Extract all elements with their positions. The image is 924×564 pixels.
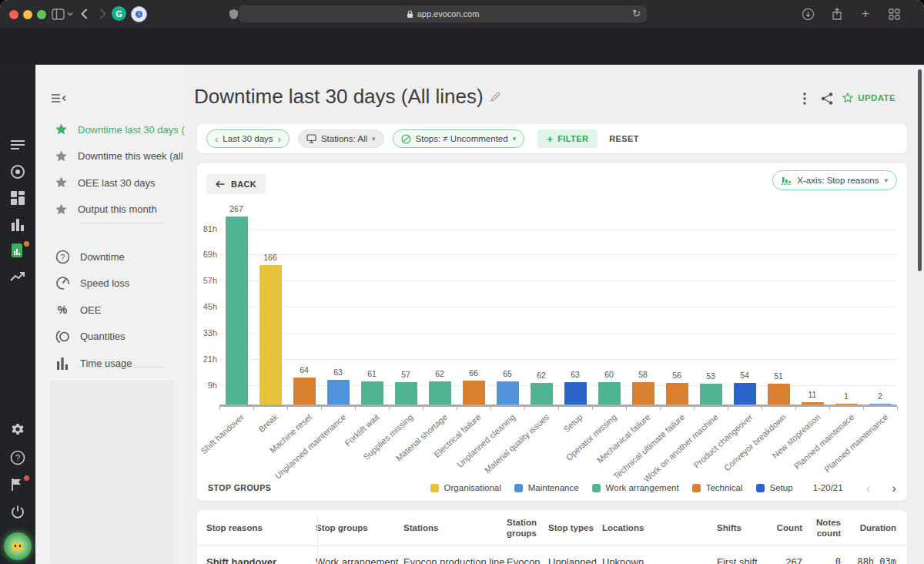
collapse-sidebar-icon[interactable] bbox=[51, 92, 66, 106]
browser-window: G app.evocon.com ↻ + Reports ? bbox=[0, 0, 924, 564]
legend-item[interactable]: Maintenance bbox=[514, 483, 579, 492]
y-axis-tick-label: 81h bbox=[197, 224, 217, 233]
sidebar-chevron-icon[interactable] bbox=[66, 7, 74, 21]
screen: G app.evocon.com ↻ + Reports ? bbox=[0, 0, 924, 564]
sidebar-favorite-item[interactable]: Downtime this week (all st... bbox=[35, 143, 185, 170]
legend-item[interactable]: Organisational bbox=[430, 483, 501, 492]
sidebar-favorite-item[interactable]: Downtime last 30 days (A... bbox=[35, 116, 185, 143]
sidebar-toggle-icon[interactable] bbox=[51, 7, 65, 21]
bar[interactable] bbox=[361, 381, 383, 405]
bar[interactable] bbox=[327, 380, 350, 405]
update-button[interactable]: UPDATE bbox=[842, 92, 896, 103]
share-icon[interactable] bbox=[830, 7, 844, 21]
table-column-header[interactable]: Locations bbox=[602, 522, 717, 533]
bar[interactable] bbox=[598, 382, 621, 405]
table-column-header[interactable]: Count bbox=[776, 522, 804, 533]
minimize-window-button[interactable] bbox=[23, 10, 32, 19]
next-period-icon[interactable]: › bbox=[278, 134, 281, 144]
favorites-list: Downtime last 30 days (A...Downtime this… bbox=[35, 116, 185, 223]
bar[interactable] bbox=[463, 381, 485, 405]
sidebar-item-quantities[interactable]: Quantities bbox=[35, 324, 185, 351]
bar[interactable] bbox=[632, 382, 654, 405]
reset-filters-button[interactable]: RESET bbox=[609, 134, 639, 143]
axis-tick bbox=[219, 407, 220, 410]
legend-label: Organisational bbox=[444, 483, 501, 492]
bar[interactable] bbox=[734, 383, 756, 405]
refresh-icon[interactable]: ↻ bbox=[632, 8, 641, 19]
report-file-icon[interactable] bbox=[10, 243, 25, 258]
bar[interactable] bbox=[666, 383, 688, 405]
bar[interactable] bbox=[395, 382, 417, 405]
table-column-header[interactable]: Stations bbox=[403, 522, 507, 533]
back-nav-icon[interactable] bbox=[77, 7, 91, 21]
address-bar[interactable]: app.evocon.com ↻ bbox=[239, 5, 647, 22]
bar[interactable] bbox=[768, 384, 790, 405]
grammarly-extension-icon[interactable]: G bbox=[112, 6, 126, 21]
table-column-header[interactable]: Shifts bbox=[717, 522, 776, 533]
close-window-button[interactable] bbox=[9, 10, 18, 19]
bar[interactable] bbox=[531, 383, 553, 405]
gridline bbox=[219, 307, 897, 307]
menu-list-icon[interactable] bbox=[10, 138, 25, 153]
legend-item[interactable]: Work arrangement bbox=[592, 483, 679, 492]
bar-value-label: 61 bbox=[367, 369, 377, 378]
bar-value-label: 60 bbox=[604, 370, 614, 379]
pagination-next-icon[interactable]: › bbox=[892, 482, 896, 495]
page-scrollbar[interactable] bbox=[918, 69, 922, 271]
gridline bbox=[219, 280, 897, 281]
zoom-window-button[interactable] bbox=[37, 10, 46, 19]
legend-color-chip bbox=[514, 484, 523, 492]
bar[interactable] bbox=[429, 381, 451, 405]
table-row[interactable]: Shift handoverWork arrangementEvocon pro… bbox=[197, 546, 907, 564]
table-cell: Shift handover bbox=[206, 556, 316, 564]
trend-line-icon[interactable] bbox=[10, 269, 25, 284]
sidebar-favorite-item[interactable]: OEE last 30 days bbox=[35, 170, 185, 196]
help-circle-icon[interactable]: ? bbox=[10, 450, 25, 465]
forward-nav-icon[interactable] bbox=[95, 7, 109, 21]
legend-item[interactable]: Setup bbox=[756, 483, 793, 492]
bar-value-label: 51 bbox=[774, 371, 783, 381]
bar[interactable] bbox=[497, 381, 519, 405]
power-icon[interactable] bbox=[10, 504, 25, 519]
bar[interactable] bbox=[564, 382, 587, 405]
edit-title-icon[interactable] bbox=[490, 91, 500, 105]
bar-chart-icon[interactable] bbox=[10, 217, 25, 232]
bar[interactable] bbox=[293, 378, 316, 405]
stations-filter-pill[interactable]: Stations: All ▾ bbox=[298, 129, 384, 148]
extension-icon[interactable] bbox=[131, 6, 147, 22]
table-column-header[interactable]: Stop groups bbox=[316, 522, 403, 533]
x-axis-category-label: Conveyor breakdown bbox=[722, 412, 788, 472]
flag-icon[interactable] bbox=[10, 477, 25, 492]
settings-gear-icon[interactable] bbox=[10, 423, 25, 438]
dashboard-grid-icon[interactable] bbox=[10, 190, 25, 206]
sidebar-favorite-item[interactable]: Output this month bbox=[35, 196, 185, 223]
more-options-icon[interactable] bbox=[803, 92, 806, 108]
legend-item[interactable]: Technical bbox=[692, 483, 743, 492]
pagination-prev-icon[interactable]: ‹ bbox=[866, 482, 871, 495]
downloads-icon[interactable] bbox=[801, 7, 815, 21]
axis-tick bbox=[355, 407, 356, 410]
sidebar-item-speed-loss[interactable]: Speed loss bbox=[35, 270, 185, 297]
table-column-header[interactable]: Stop reasons bbox=[206, 522, 316, 533]
add-filter-button[interactable]: +FILTER bbox=[537, 129, 598, 148]
bar[interactable] bbox=[700, 384, 722, 405]
new-tab-icon[interactable]: + bbox=[859, 7, 872, 21]
browser-toolbar: G app.evocon.com ↻ + bbox=[0, 0, 924, 28]
sidebar-item-time-usage[interactable]: Time usage bbox=[35, 350, 185, 377]
tab-overview-icon[interactable] bbox=[887, 7, 901, 21]
support-chat-avatar[interactable] bbox=[4, 532, 32, 560]
table-column-header[interactable]: Duration bbox=[842, 522, 898, 533]
stops-filter-pill[interactable]: Stops: ≠ Uncommented ▾ bbox=[393, 129, 525, 148]
bar[interactable] bbox=[226, 217, 248, 405]
bar[interactable] bbox=[259, 265, 282, 405]
pagination-label: 1-20/21 bbox=[813, 483, 843, 492]
table-column-header[interactable]: Notes count bbox=[804, 517, 842, 539]
table-column-header[interactable]: Station groups bbox=[507, 517, 548, 539]
table-column-header[interactable]: Stop types bbox=[548, 522, 602, 533]
date-range-pill[interactable]: ‹ Last 30 days › bbox=[206, 129, 290, 148]
sidebar-item-downtime[interactable]: ?Downtime bbox=[35, 243, 185, 270]
sidebar-item-oee[interactable]: %OEE bbox=[35, 297, 185, 324]
prev-period-icon[interactable]: ‹ bbox=[215, 134, 218, 144]
record-circle-icon[interactable] bbox=[10, 164, 25, 180]
share-report-icon[interactable] bbox=[821, 92, 833, 108]
